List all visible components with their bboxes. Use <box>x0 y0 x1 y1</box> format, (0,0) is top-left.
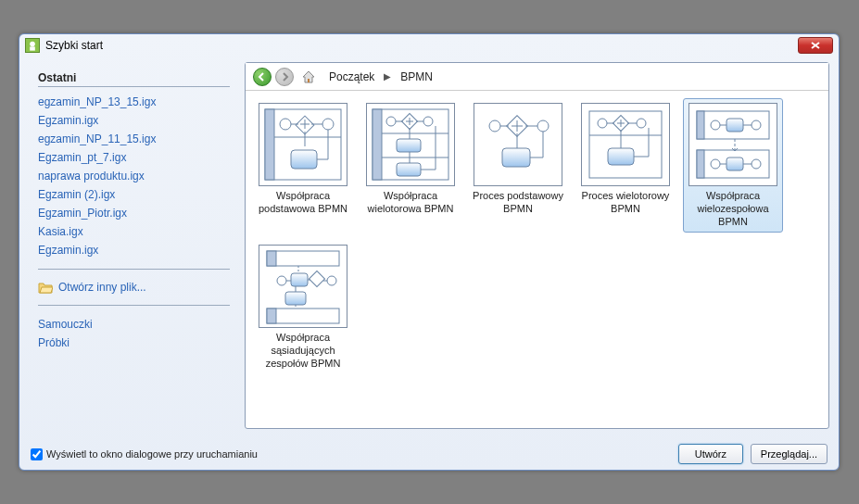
svg-rect-4 <box>265 109 274 180</box>
app-icon <box>25 38 40 53</box>
divider <box>38 269 230 270</box>
recent-file[interactable]: egzamin_NP_11_15.igx <box>38 130 230 148</box>
window-title: Szybki start <box>45 39 798 52</box>
recent-file[interactable]: Egzamin_Piotr.igx <box>38 204 230 222</box>
content: Ostatni egzamin_NP_13_15.igxEgzamin.igxe… <box>19 57 839 438</box>
template-label: Proces podstawowy BPMN <box>473 190 563 227</box>
browse-button[interactable]: Przeglądaj... <box>751 444 827 464</box>
titlebar: Szybki start <box>19 34 839 57</box>
svg-point-62 <box>277 276 286 285</box>
svg-rect-64 <box>309 271 325 287</box>
svg-rect-1 <box>30 46 35 50</box>
show-on-startup-checkbox[interactable] <box>31 448 43 460</box>
svg-rect-48 <box>726 119 743 132</box>
svg-rect-34 <box>502 148 530 167</box>
template-item[interactable]: Współpraca sąsiadujących zespołów BPMN <box>253 240 353 374</box>
svg-rect-46 <box>697 111 704 139</box>
template-thumbnail <box>259 245 347 328</box>
svg-rect-71 <box>267 309 339 323</box>
template-thumbnail <box>366 103 455 186</box>
template-item[interactable]: Proces podstawowy BPMN <box>468 98 568 233</box>
open-other-label: Otwórz inny plik... <box>58 281 146 294</box>
svg-rect-25 <box>397 139 421 152</box>
nav-forward-button[interactable] <box>275 68 294 86</box>
svg-point-27 <box>489 120 500 132</box>
sidebar: Ostatni egzamin_NP_13_15.igxEgzamin.igxe… <box>29 62 237 429</box>
template-thumbnail <box>259 103 347 186</box>
breadcrumb-bar: Początek ▶ BPMN <box>246 63 828 91</box>
svg-rect-60 <box>267 251 339 266</box>
template-thumbnail <box>581 103 670 186</box>
svg-rect-35 <box>589 111 662 178</box>
svg-rect-2 <box>308 79 309 82</box>
svg-rect-13 <box>291 150 317 169</box>
svg-rect-53 <box>697 150 704 178</box>
template-thumbnail <box>474 103 562 186</box>
recent-file[interactable]: Egzamin.igx <box>38 241 230 259</box>
svg-rect-15 <box>373 109 382 180</box>
divider <box>38 305 230 306</box>
svg-rect-44 <box>608 148 634 165</box>
recent-file[interactable]: Egzamin.igx <box>38 111 230 130</box>
quick-start-window: Szybki start Ostatni egzamin_NP_13_15.ig… <box>19 33 840 471</box>
sidebar-link[interactable]: Próbki <box>38 334 230 352</box>
create-button[interactable]: Utwórz <box>678 444 743 464</box>
template-thumbnail <box>688 103 777 186</box>
template-label: Współpraca wielozespołowa BPMN <box>688 190 778 228</box>
template-label: Współpraca podstawowa BPMN <box>258 190 348 227</box>
breadcrumb-current[interactable]: BPMN <box>395 70 438 83</box>
svg-point-31 <box>537 120 549 132</box>
svg-rect-69 <box>285 292 306 305</box>
nav-back-button[interactable] <box>253 68 272 86</box>
show-on-startup-label: Wyświetl to okno dialogowe przy uruchami… <box>46 448 258 460</box>
svg-point-65 <box>327 276 336 285</box>
template-item[interactable]: Proces wielotorowy BPMN <box>575 98 676 233</box>
recent-file[interactable]: egzamin_NP_13_15.igx <box>38 93 230 111</box>
folder-open-icon <box>38 282 53 294</box>
main-panel: Początek ▶ BPMN Współpraca podstawowa BP… <box>245 62 829 429</box>
template-label: Współpraca wielotorowa BPMN <box>365 190 456 227</box>
svg-rect-63 <box>291 273 308 286</box>
template-item[interactable]: Współpraca wielozespołowa BPMN <box>683 98 783 233</box>
breadcrumb-home[interactable]: Początek <box>323 70 380 83</box>
recent-heading: Ostatni <box>38 71 230 87</box>
template-item[interactable]: Współpraca wielotorowa BPMN <box>360 98 461 233</box>
chevron-right-icon: ▶ <box>384 71 391 82</box>
recent-file[interactable]: naprawa produktu.igx <box>38 167 230 185</box>
recent-file[interactable]: Egzamin (2).igx <box>38 185 230 204</box>
svg-rect-55 <box>726 158 743 170</box>
home-icon[interactable] <box>301 69 316 84</box>
template-item[interactable]: Współpraca podstawowa BPMN <box>253 98 353 233</box>
open-other-file[interactable]: Otwórz inny plik... <box>38 279 230 296</box>
close-button[interactable] <box>798 37 833 54</box>
template-grid: Współpraca podstawowa BPMN Współpraca wi… <box>246 91 828 428</box>
show-on-startup[interactable]: Wyświetl to okno dialogowe przy uruchami… <box>31 448 671 460</box>
svg-rect-72 <box>267 309 276 323</box>
svg-rect-61 <box>267 251 276 266</box>
svg-rect-3 <box>265 109 341 180</box>
recent-file[interactable]: Egzamin_pt_7.igx <box>38 148 230 167</box>
footer: Wyświetl to okno dialogowe przy uruchami… <box>19 438 839 470</box>
recent-file[interactable]: Kasia.igx <box>38 222 230 241</box>
svg-rect-26 <box>397 163 421 176</box>
sidebar-link[interactable]: Samouczki <box>38 315 230 334</box>
template-label: Współpraca sąsiadujących zespołów BPMN <box>258 332 348 370</box>
svg-point-0 <box>30 41 35 46</box>
template-label: Proces wielotorowy BPMN <box>580 190 671 227</box>
